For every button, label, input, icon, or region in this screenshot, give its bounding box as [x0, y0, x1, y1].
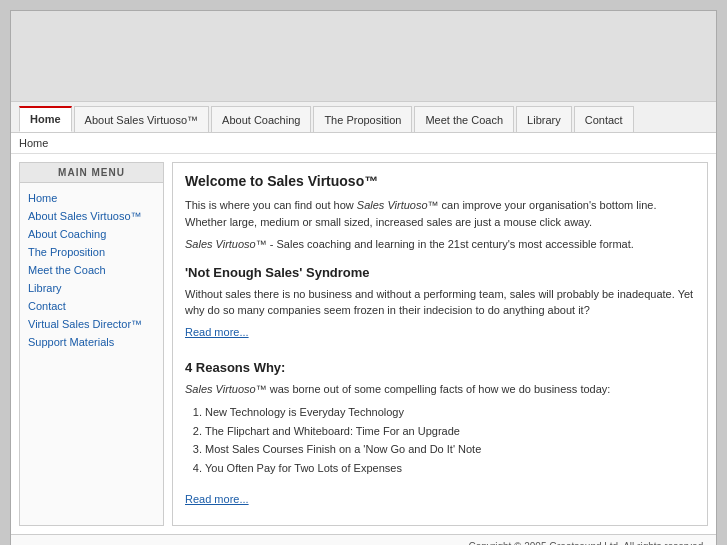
- page-container: Home About Sales Virtuoso™ About Coachin…: [10, 10, 717, 545]
- brand-inline-2: Sales Virtuoso™: [185, 238, 267, 250]
- sidebar-item-virtual-director[interactable]: Virtual Sales Director™: [28, 318, 142, 330]
- nav-tab-library[interactable]: Library: [516, 106, 572, 132]
- content-area: MAIN MENU Home About Sales Virtuoso™ Abo…: [11, 154, 716, 534]
- sidebar-item-about-virtuoso[interactable]: About Sales Virtuoso™: [28, 210, 142, 222]
- list-item: Most Sales Courses Finish on a 'Now Go a…: [205, 440, 695, 459]
- list-item: The Proposition: [20, 243, 163, 261]
- section1-paragraph: Without sales there is no business and w…: [185, 286, 695, 319]
- section1-heading: 'Not Enough Sales' Syndrome: [185, 265, 695, 280]
- brand-inline-3: Sales Virtuoso™: [185, 383, 267, 395]
- list-item: Virtual Sales Director™: [20, 315, 163, 333]
- read-more-link-1[interactable]: Read more...: [185, 326, 249, 338]
- outer-wrapper: Home About Sales Virtuoso™ About Coachin…: [0, 0, 727, 545]
- sidebar-item-proposition[interactable]: The Proposition: [28, 246, 105, 258]
- footer: Copyright © 2005 Greatsound Ltd. All rig…: [11, 534, 716, 545]
- intro-paragraph-1: This is where you can find out how Sales…: [185, 197, 695, 230]
- sidebar-item-home[interactable]: Home: [28, 192, 57, 204]
- list-item: You Often Pay for Two Lots of Expenses: [205, 459, 695, 478]
- nav-tab-about-coaching[interactable]: About Coaching: [211, 106, 311, 132]
- list-item: About Sales Virtuoso™: [20, 207, 163, 225]
- list-item: Home: [20, 189, 163, 207]
- nav-tab-about-virtuoso[interactable]: About Sales Virtuoso™: [74, 106, 210, 132]
- list-item: About Coaching: [20, 225, 163, 243]
- main-heading: Welcome to Sales Virtuoso™: [185, 173, 695, 189]
- reasons-list: New Technology is Everyday Technology Th…: [205, 403, 695, 478]
- sidebar-item-support[interactable]: Support Materials: [28, 336, 114, 348]
- section2-intro: Sales Virtuoso™ was borne out of some co…: [185, 381, 695, 398]
- list-item: New Technology is Everyday Technology: [205, 403, 695, 422]
- nav-tab-proposition[interactable]: The Proposition: [313, 106, 412, 132]
- list-item: Library: [20, 279, 163, 297]
- read-more-link-2[interactable]: Read more...: [185, 493, 249, 505]
- sidebar-title: MAIN MENU: [20, 163, 163, 183]
- sidebar-item-library[interactable]: Library: [28, 282, 62, 294]
- list-item: The Flipchart and Whiteboard: Time For a…: [205, 422, 695, 441]
- section2-heading: 4 Reasons Why:: [185, 360, 695, 375]
- footer-text: Copyright © 2005 Greatsound Ltd. All rig…: [469, 541, 707, 545]
- sidebar-item-contact[interactable]: Contact: [28, 300, 66, 312]
- list-item: Meet the Coach: [20, 261, 163, 279]
- sidebar: MAIN MENU Home About Sales Virtuoso™ Abo…: [19, 162, 164, 526]
- list-item: Contact: [20, 297, 163, 315]
- nav-tab-meet-coach[interactable]: Meet the Coach: [414, 106, 514, 132]
- nav-tab-home[interactable]: Home: [19, 106, 72, 132]
- header-banner: [11, 11, 716, 101]
- nav-bar: Home About Sales Virtuoso™ About Coachin…: [11, 101, 716, 133]
- main-content: Welcome to Sales Virtuoso™ This is where…: [172, 162, 708, 526]
- intro-paragraph-2: Sales Virtuoso™ - Sales coaching and lea…: [185, 236, 695, 253]
- breadcrumb: Home: [11, 133, 716, 154]
- list-item: Support Materials: [20, 333, 163, 351]
- nav-tab-contact[interactable]: Contact: [574, 106, 634, 132]
- brand-inline: Sales Virtuoso™: [357, 199, 439, 211]
- sidebar-item-about-coaching[interactable]: About Coaching: [28, 228, 106, 240]
- sidebar-item-meet-coach[interactable]: Meet the Coach: [28, 264, 106, 276]
- sidebar-menu: Home About Sales Virtuoso™ About Coachin…: [20, 183, 163, 357]
